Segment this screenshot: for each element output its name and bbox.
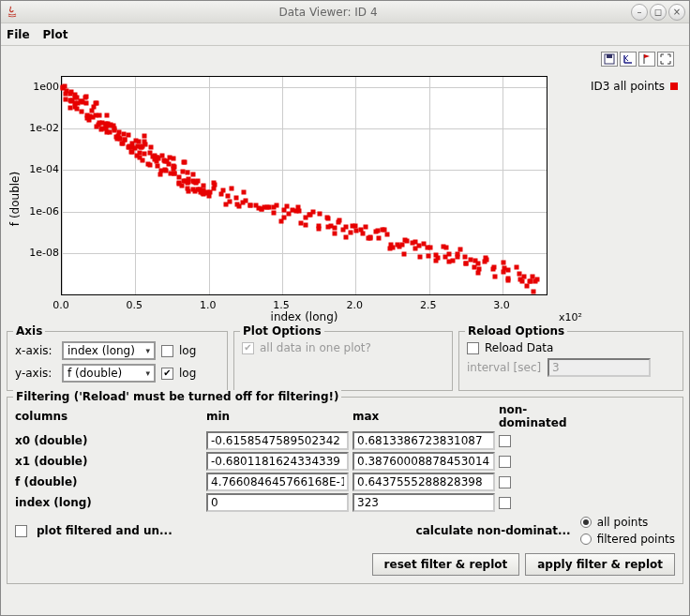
- all-points-radio[interactable]: [580, 517, 592, 528]
- flag-icon[interactable]: [638, 52, 655, 67]
- data-point: [360, 231, 365, 235]
- filter-column-name: x0 (double): [15, 434, 202, 447]
- xaxis-select[interactable]: index (long): [62, 341, 156, 360]
- data-point: [501, 270, 505, 275]
- minimize-button[interactable]: –: [631, 4, 648, 21]
- data-point: [156, 163, 160, 168]
- data-point: [287, 211, 292, 216]
- plot-area[interactable]: ID3 all points index (long) x10² 0.00.51…: [23, 72, 683, 325]
- data-point: [83, 100, 88, 105]
- data-point: [295, 205, 300, 210]
- x-tick: 2.5: [420, 299, 437, 311]
- data-point: [318, 212, 322, 217]
- data-point: [534, 277, 539, 281]
- data-point: [95, 101, 99, 106]
- data-point: [343, 235, 348, 240]
- data-point: [142, 133, 147, 138]
- window-controls: – ◻ ×: [631, 4, 685, 21]
- filter-min-input[interactable]: [206, 473, 349, 491]
- yaxis-select[interactable]: f (double): [62, 364, 156, 383]
- data-point: [463, 255, 468, 260]
- yaxis-log-label: log: [179, 367, 196, 380]
- data-point: [228, 199, 232, 203]
- reload-title: Reload Options: [465, 324, 567, 338]
- xaxis-log-checkbox[interactable]: [161, 345, 173, 357]
- chart: f (double) ID3 all points index (long) x…: [7, 72, 683, 325]
- filter-max-input[interactable]: [352, 493, 495, 512]
- axis-panel-title: Axis: [13, 324, 45, 338]
- data-point: [242, 189, 247, 194]
- data-point: [524, 284, 529, 289]
- filtered-points-radio[interactable]: [580, 533, 592, 545]
- reload-panel: Reload Options Reload Data interval [sec…: [458, 331, 683, 391]
- filter-nd-checkbox[interactable]: [499, 435, 511, 447]
- reset-filter-button[interactable]: reset filter & replot: [372, 553, 520, 576]
- x-axis-label: index (long): [61, 310, 548, 323]
- data-point: [195, 178, 200, 183]
- legend-marker: [670, 83, 678, 90]
- save-icon[interactable]: [601, 52, 618, 67]
- menu-file[interactable]: File: [7, 28, 30, 41]
- filter-min-input[interactable]: [206, 493, 349, 512]
- chart-toolbar: [7, 52, 683, 67]
- data-point: [428, 246, 433, 250]
- data-point: [79, 99, 83, 104]
- x-tick: 1.0: [200, 299, 217, 311]
- all-in-one-checkbox: [242, 342, 254, 354]
- filter-max-input[interactable]: [352, 431, 495, 450]
- reload-label: Reload Data: [485, 341, 553, 354]
- data-point: [243, 198, 248, 203]
- content: f (double) ID3 all points index (long) x…: [1, 46, 689, 615]
- filter-column-name: f (double): [15, 475, 202, 488]
- data-point: [442, 244, 446, 248]
- data-point: [84, 95, 89, 99]
- data-point: [417, 255, 422, 260]
- data-point: [185, 171, 189, 175]
- data-point: [79, 110, 83, 114]
- filtering-title: Filtering ('Reload' must be turned off f…: [13, 390, 341, 403]
- filter-nd-checkbox[interactable]: [499, 476, 511, 488]
- plot-filtered-checkbox[interactable]: [15, 525, 27, 537]
- data-point: [333, 226, 338, 231]
- y-axis-label: f (double): [8, 172, 22, 226]
- data-point: [325, 216, 330, 220]
- filter-nd-checkbox[interactable]: [499, 497, 511, 509]
- min-header: min: [206, 410, 349, 423]
- x-tick: 0.5: [127, 299, 143, 311]
- yaxis-log-checkbox[interactable]: [161, 368, 173, 380]
- apply-filter-button[interactable]: apply filter & replot: [525, 553, 675, 576]
- data-point: [521, 275, 526, 279]
- data-point: [377, 236, 382, 241]
- filter-max-input[interactable]: [352, 452, 495, 471]
- data-point: [61, 86, 66, 91]
- filter-column-name: x1 (double): [15, 455, 202, 468]
- filter-max-input[interactable]: [352, 473, 495, 491]
- data-point: [380, 228, 384, 233]
- data-point: [272, 205, 277, 210]
- close-button[interactable]: ×: [668, 4, 685, 21]
- filter-min-input[interactable]: [206, 431, 349, 450]
- data-point: [256, 206, 261, 211]
- filter-nd-checkbox[interactable]: [499, 456, 511, 468]
- reload-checkbox[interactable]: [467, 342, 479, 354]
- plot-options-panel: Plot Options all data in one plot?: [233, 331, 453, 391]
- maximize-button[interactable]: ◻: [650, 4, 667, 21]
- data-point: [166, 161, 171, 166]
- reset-zoom-icon[interactable]: [620, 52, 637, 67]
- max-header: max: [352, 410, 495, 423]
- xaxis-label: x-axis:: [15, 344, 56, 357]
- yaxis-label: y-axis:: [15, 367, 56, 380]
- expand-icon[interactable]: [657, 52, 674, 67]
- y-tick: 1e-06: [29, 204, 59, 217]
- menu-plot[interactable]: Plot: [43, 28, 68, 41]
- data-point: [206, 193, 211, 198]
- data-point: [520, 278, 525, 283]
- data-point: [248, 203, 252, 208]
- columns-header: columns: [15, 410, 202, 423]
- java-icon: [5, 5, 20, 20]
- plot-options-title: Plot Options: [240, 324, 324, 338]
- data-point: [364, 225, 368, 230]
- menubar: File Plot: [1, 23, 689, 46]
- xaxis-log-label: log: [179, 344, 196, 357]
- filter-min-input[interactable]: [206, 452, 349, 471]
